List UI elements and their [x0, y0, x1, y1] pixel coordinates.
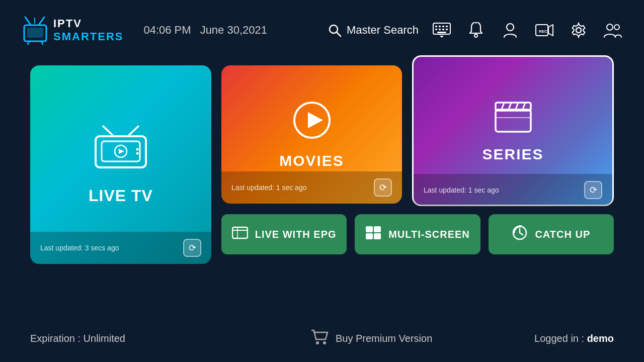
- logo-icon: [20, 15, 50, 45]
- cards-row: LIVE TV Last updated: 3 secs ago ⟳ MOVIE: [30, 65, 614, 264]
- live-tv-footer: Last updated: 3 secs ago ⟳: [30, 232, 211, 264]
- series-footer: Last updated: 1 sec ago ⟳: [414, 174, 612, 206]
- svg-line-1: [39, 17, 44, 24]
- logged-in-area: Logged in : demo: [534, 333, 614, 344]
- svg-line-28: [103, 126, 113, 135]
- svg-rect-15: [439, 29, 441, 30]
- movies-footer: Last updated: 1 sec ago ⟳: [221, 171, 402, 204]
- right-top-row: MOVIES Last updated: 1 sec ago ⟳: [221, 65, 614, 206]
- live-tv-refresh-button[interactable]: ⟳: [183, 239, 201, 257]
- keyboard-icon[interactable]: [431, 19, 453, 41]
- svg-rect-12: [442, 26, 444, 27]
- recording-icon[interactable]: REC: [533, 19, 555, 41]
- svg-rect-4: [27, 28, 43, 38]
- svg-text:REC: REC: [539, 29, 547, 34]
- logged-in-username: demo: [587, 333, 614, 344]
- bottom-buttons-row: LIVE WITH EPG MULTI-SCREEN: [221, 214, 614, 254]
- datetime: 04:06 PM June 30,2021: [143, 24, 267, 37]
- time-display: 04:06 PM: [143, 24, 191, 37]
- date-display: June 30,2021: [200, 24, 267, 37]
- svg-point-35: [136, 152, 139, 155]
- svg-rect-11: [439, 26, 441, 27]
- svg-rect-51: [374, 233, 381, 239]
- logo-text: IPTV SMARTERS: [53, 17, 123, 43]
- expiration-text: Expiration : Unlimited: [30, 333, 125, 344]
- footer: Expiration : Unlimited Buy Premium Versi…: [0, 329, 644, 348]
- movies-refresh-button[interactable]: ⟳: [374, 178, 392, 197]
- svg-marker-23: [548, 25, 553, 36]
- catch-up-label: CATCH UP: [535, 229, 590, 240]
- series-refresh-button[interactable]: ⟳: [584, 181, 602, 199]
- live-tv-card[interactable]: LIVE TV Last updated: 3 secs ago ⟳: [30, 65, 211, 264]
- live-epg-button[interactable]: LIVE WITH EPG: [221, 214, 347, 254]
- live-epg-label: LIVE WITH EPG: [255, 229, 337, 240]
- search-label: Master Search: [347, 24, 419, 37]
- multi-screen-label: MULTI-SCREEN: [388, 229, 470, 240]
- buy-premium-button[interactable]: Buy Premium Version: [311, 329, 432, 348]
- notifications-icon[interactable]: [465, 19, 487, 41]
- logo-iptv: IPTV: [53, 17, 123, 30]
- logged-in-label: Logged in :: [534, 333, 587, 344]
- svg-point-25: [576, 28, 581, 33]
- multi-user-icon[interactable]: [602, 19, 624, 41]
- cart-icon: [311, 329, 329, 348]
- series-icon: [493, 99, 533, 140]
- right-column: MOVIES Last updated: 1 sec ago ⟳: [221, 65, 614, 254]
- movies-last-updated: Last updated: 1 sec ago: [231, 184, 306, 192]
- svg-rect-17: [446, 29, 448, 30]
- svg-rect-49: [374, 226, 381, 232]
- series-label: SERIES: [482, 146, 544, 163]
- catch-up-button[interactable]: CATCH UP: [489, 214, 614, 254]
- main-content: LIVE TV Last updated: 3 secs ago ⟳ MOVIE: [0, 60, 644, 264]
- series-card[interactable]: SERIES Last updated: 1 sec ago ⟳: [412, 55, 614, 206]
- movies-label: MOVIES: [279, 152, 344, 169]
- svg-rect-18: [437, 32, 446, 33]
- settings-icon[interactable]: [568, 19, 590, 41]
- svg-line-0: [25, 17, 30, 24]
- buy-premium-label: Buy Premium Version: [336, 333, 432, 344]
- movies-icon: [292, 100, 332, 146]
- series-last-updated: Last updated: 1 sec ago: [424, 186, 499, 194]
- svg-rect-10: [435, 26, 437, 27]
- svg-point-26: [607, 24, 613, 30]
- svg-point-54: [316, 341, 319, 344]
- movies-card[interactable]: MOVIES Last updated: 1 sec ago ⟳: [221, 65, 402, 204]
- svg-rect-38: [496, 110, 531, 132]
- live-tv-last-updated: Last updated: 3 secs ago: [40, 244, 119, 252]
- svg-point-21: [507, 24, 514, 31]
- svg-rect-50: [366, 233, 373, 239]
- svg-point-55: [323, 341, 326, 344]
- multi-screen-icon: [365, 226, 381, 243]
- svg-rect-14: [435, 29, 437, 30]
- svg-line-29: [129, 126, 138, 135]
- svg-rect-16: [442, 29, 444, 30]
- multi-screen-button[interactable]: MULTI-SCREEN: [355, 214, 480, 254]
- svg-rect-13: [446, 26, 448, 27]
- live-tv-icon: [91, 124, 151, 176]
- catch-up-icon: [512, 225, 528, 244]
- logo-area: IPTV SMARTERS: [20, 15, 123, 45]
- live-tv-label: LIVE TV: [89, 187, 153, 205]
- header-right: Master Search: [328, 19, 624, 41]
- svg-point-27: [614, 25, 619, 30]
- logo-smarters: SMARTERS: [53, 30, 123, 43]
- live-epg-icon: [232, 226, 248, 243]
- svg-point-20: [474, 34, 477, 37]
- svg-marker-37: [308, 112, 323, 128]
- svg-point-34: [136, 148, 139, 151]
- svg-rect-48: [366, 226, 373, 232]
- master-search-button[interactable]: Master Search: [328, 23, 419, 37]
- svg-marker-19: [440, 36, 444, 38]
- profile-icon[interactable]: [499, 19, 521, 41]
- svg-line-8: [337, 32, 341, 36]
- svg-rect-45: [232, 227, 248, 238]
- header: IPTV SMARTERS 04:06 PM June 30,2021 Mast…: [0, 0, 644, 60]
- search-icon: [328, 23, 342, 37]
- svg-marker-33: [119, 149, 124, 154]
